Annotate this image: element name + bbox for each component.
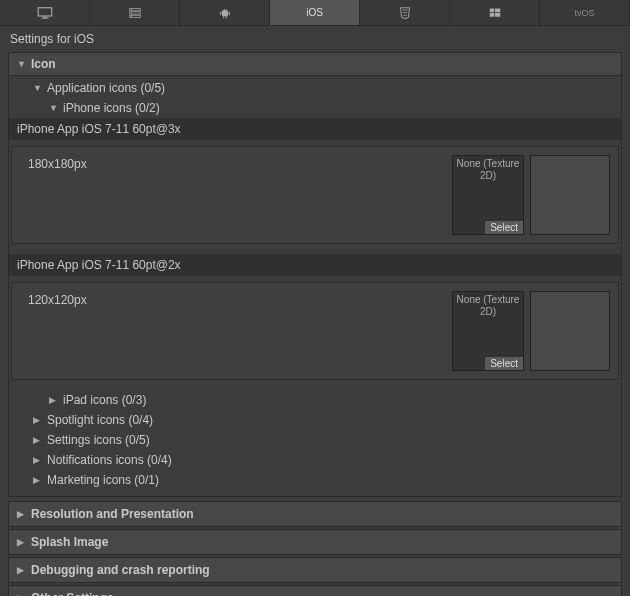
foldout-closed-icon (17, 509, 27, 519)
iphone-icons-label: iPhone icons (0/2) (63, 101, 160, 115)
slot1-dim: 180x180px (20, 155, 452, 235)
settings-title: Settings for iOS (0, 26, 630, 52)
icon-label: Icon (31, 57, 56, 71)
foldout-open-icon (33, 83, 43, 93)
tab-standalone[interactable] (0, 0, 90, 25)
tvos-label: tvOS (574, 8, 594, 18)
svg-rect-12 (223, 16, 224, 18)
svg-rect-9 (222, 10, 228, 15)
icon-panel: Icon Application icons (0/5) iPhone icon… (8, 52, 622, 497)
slot1-none: None (Texture 2D) (453, 158, 523, 182)
tab-windows[interactable] (450, 0, 540, 25)
app-icons-row[interactable]: Application icons (0/5) (9, 78, 621, 98)
app-icons-label: Application icons (0/5) (47, 81, 165, 95)
foldout-closed-icon (33, 455, 43, 465)
svg-rect-2 (41, 17, 49, 18)
tab-tvos[interactable]: tvOS (540, 0, 630, 25)
svg-rect-10 (220, 11, 221, 15)
iphone-icons-row[interactable]: iPhone icons (0/2) (9, 98, 621, 118)
android-icon (216, 6, 234, 20)
slot2-select-button[interactable]: Select (485, 357, 523, 370)
other-label: Other Settings (31, 591, 114, 596)
spotlight-icons-row[interactable]: Spotlight icons (0/4) (9, 410, 621, 430)
resolution-section[interactable]: Resolution and Presentation (8, 501, 622, 527)
foldout-open-icon (17, 59, 27, 69)
icon-section-header[interactable]: Icon (9, 53, 621, 76)
svg-point-6 (131, 9, 132, 10)
slot1-texture-field[interactable]: None (Texture 2D) Select (452, 155, 524, 235)
svg-rect-11 (228, 11, 229, 15)
tab-server[interactable] (90, 0, 180, 25)
settings-icons-label: Settings icons (0/5) (47, 433, 150, 447)
foldout-closed-icon (17, 537, 27, 547)
foldout-closed-icon (17, 565, 27, 575)
ipad-label: iPad icons (0/3) (63, 393, 146, 407)
svg-point-7 (131, 12, 132, 13)
slot2-none: None (Texture 2D) (453, 294, 523, 318)
debug-label: Debugging and crash reporting (31, 563, 210, 577)
svg-rect-1 (42, 16, 47, 17)
tab-webgl[interactable] (360, 0, 450, 25)
slot2-row: 120x120px None (Texture 2D) Select (11, 282, 619, 380)
monitor-icon (36, 6, 54, 20)
splash-section[interactable]: Splash Image (8, 529, 622, 555)
foldout-closed-icon (33, 415, 43, 425)
other-section[interactable]: Other Settings (8, 585, 622, 596)
foldout-open-icon (49, 103, 59, 113)
foldout-closed-icon (33, 475, 43, 485)
tab-android[interactable] (180, 0, 270, 25)
slot1-row: 180x180px None (Texture 2D) Select (11, 146, 619, 244)
slot1-select-button[interactable]: Select (485, 221, 523, 234)
marketing-label: Marketing icons (0/1) (47, 473, 159, 487)
debug-section[interactable]: Debugging and crash reporting (8, 557, 622, 583)
spotlight-label: Spotlight icons (0/4) (47, 413, 153, 427)
html5-icon (396, 6, 414, 20)
foldout-closed-icon (49, 395, 59, 405)
resolution-label: Resolution and Presentation (31, 507, 194, 521)
slot2-texture-field[interactable]: None (Texture 2D) Select (452, 291, 524, 371)
svg-rect-16 (489, 13, 494, 17)
svg-point-8 (131, 15, 132, 16)
windows-icon (486, 6, 504, 20)
svg-rect-14 (489, 8, 494, 12)
server-icon (126, 6, 144, 20)
slot2-header: iPhone App iOS 7-11 60pt@2x (9, 254, 621, 276)
tab-ios[interactable]: iOS (270, 0, 360, 25)
svg-rect-13 (225, 16, 226, 18)
foldout-closed-icon (33, 435, 43, 445)
settings-icons-row[interactable]: Settings icons (0/5) (9, 430, 621, 450)
slot2-preview (530, 291, 610, 371)
notifications-icons-row[interactable]: Notifications icons (0/4) (9, 450, 621, 470)
ios-label: iOS (306, 7, 323, 18)
notifications-label: Notifications icons (0/4) (47, 453, 172, 467)
slot2-dim: 120x120px (20, 291, 452, 371)
slot1-preview (530, 155, 610, 235)
splash-label: Splash Image (31, 535, 108, 549)
marketing-icons-row[interactable]: Marketing icons (0/1) (9, 470, 621, 490)
ipad-icons-row[interactable]: iPad icons (0/3) (9, 390, 621, 410)
svg-rect-15 (495, 8, 500, 12)
svg-rect-17 (495, 13, 500, 17)
slot1-header: iPhone App iOS 7-11 60pt@3x (9, 118, 621, 140)
svg-rect-0 (38, 7, 52, 15)
platform-tabs: iOS tvOS (0, 0, 630, 26)
